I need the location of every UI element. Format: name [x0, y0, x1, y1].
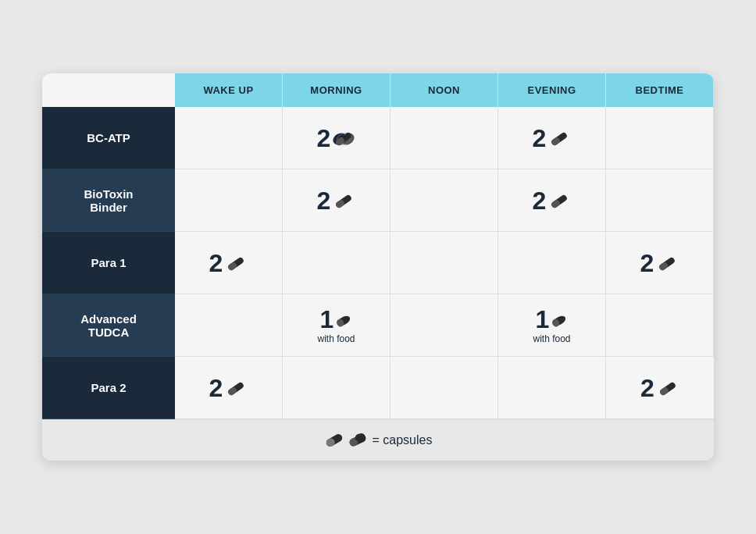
- cell-bcatp-evening: 2: [498, 107, 606, 169]
- cell-bcatp-noon: [390, 107, 498, 169]
- capsule-icon: [332, 189, 355, 211]
- cell-para2-wakeup: 2: [175, 357, 283, 419]
- footer-legend: = capsules: [42, 419, 714, 461]
- capsule-icon: [656, 376, 679, 398]
- dose-para2-wakeup: 2: [209, 376, 248, 400]
- row-label-tudca: AdvancedTUDCA: [42, 294, 175, 357]
- dose-para2-bedtime: 2: [640, 376, 679, 400]
- row-label-para2: Para 2: [42, 357, 175, 419]
- cell-bcatp-wakeup: [175, 107, 283, 169]
- dose-biotoxin-morning: 2: [317, 188, 356, 213]
- dose-number: 1: [536, 307, 550, 332]
- capsule-icon: [224, 376, 248, 398]
- table-grid: WAKE UP MORNING NOON EVENING BEDTIME BC-…: [42, 73, 714, 419]
- capsule-icon: [224, 251, 248, 273]
- dose-tudca-morning: 1: [320, 307, 353, 332]
- dose-number: 2: [317, 126, 331, 151]
- dose-bcatp-morning: 2: [317, 126, 356, 151]
- cell-para1-noon: [390, 232, 498, 294]
- cell-bcatp-morning: 2: [283, 107, 390, 169]
- cell-biotoxin-wakeup: [175, 169, 283, 232]
- cell-para1-wakeup: 2: [175, 232, 283, 294]
- header-evening: EVENING: [498, 73, 606, 107]
- capsule-icon: [335, 308, 352, 329]
- dose-para1-wakeup: 2: [209, 251, 248, 276]
- cell-tudca-bedtime: [606, 294, 714, 357]
- cell-para2-bedtime: 2: [606, 357, 714, 419]
- capsule-closed-icon: [324, 433, 344, 448]
- dose-number: 2: [640, 251, 654, 276]
- row-label-para1: Para 1: [42, 232, 175, 294]
- cell-tudca-noon: [390, 294, 498, 357]
- cell-tudca-morning: 1 with food: [283, 294, 390, 357]
- capsule-open-icon: [348, 433, 368, 448]
- capsule-icon: [332, 126, 355, 148]
- dose-number: 2: [209, 251, 223, 276]
- dose-para1-bedtime: 2: [640, 251, 679, 276]
- cell-biotoxin-morning: 2: [283, 169, 390, 232]
- cell-tudca-wakeup: [175, 294, 283, 357]
- cell-para2-noon: [390, 357, 498, 419]
- dose-sub-tudca-morning: with food: [317, 333, 355, 344]
- header-morning: MORNING: [283, 73, 390, 107]
- cell-biotoxin-bedtime: [606, 169, 714, 232]
- dose-number: 2: [533, 188, 547, 213]
- cell-para1-morning: [283, 232, 390, 294]
- dose-number: 2: [640, 376, 654, 400]
- header-wakeup: WAKE UP: [175, 73, 283, 107]
- cell-para2-evening: [498, 357, 606, 419]
- capsule-icon: [547, 189, 571, 211]
- cell-tudca-evening: 1 with food: [498, 294, 606, 357]
- row-label-bcatp: BC-ATP: [42, 107, 175, 169]
- cell-biotoxin-evening: 2: [498, 169, 606, 232]
- dose-number: 1: [320, 307, 334, 332]
- cell-para1-bedtime: 2: [606, 232, 714, 294]
- dose-tudca-evening: 1: [536, 307, 569, 332]
- cell-biotoxin-noon: [390, 169, 498, 232]
- footer-legend-text: = capsules: [373, 433, 433, 447]
- dose-number: 2: [533, 126, 547, 151]
- schedule-table: WAKE UP MORNING NOON EVENING BEDTIME BC-…: [42, 73, 714, 461]
- capsule-icon: [551, 308, 568, 329]
- cell-para2-morning: [283, 357, 390, 419]
- dose-bcatp-evening: 2: [533, 126, 572, 151]
- cell-para1-evening: [498, 232, 606, 294]
- header-bedtime: BEDTIME: [606, 73, 714, 107]
- dose-sub-tudca-evening: with food: [533, 333, 570, 344]
- capsule-icon: [547, 126, 571, 148]
- row-label-biotoxin: BioToxinBinder: [42, 169, 175, 232]
- dose-number: 2: [317, 188, 331, 213]
- footer-icons: [324, 433, 368, 448]
- dose-number: 2: [209, 376, 223, 400]
- dose-biotoxin-evening: 2: [533, 188, 572, 213]
- capsule-icon: [655, 251, 679, 273]
- header-label-empty: [42, 73, 175, 107]
- header-noon: NOON: [390, 73, 498, 107]
- cell-bcatp-bedtime: [606, 107, 714, 169]
